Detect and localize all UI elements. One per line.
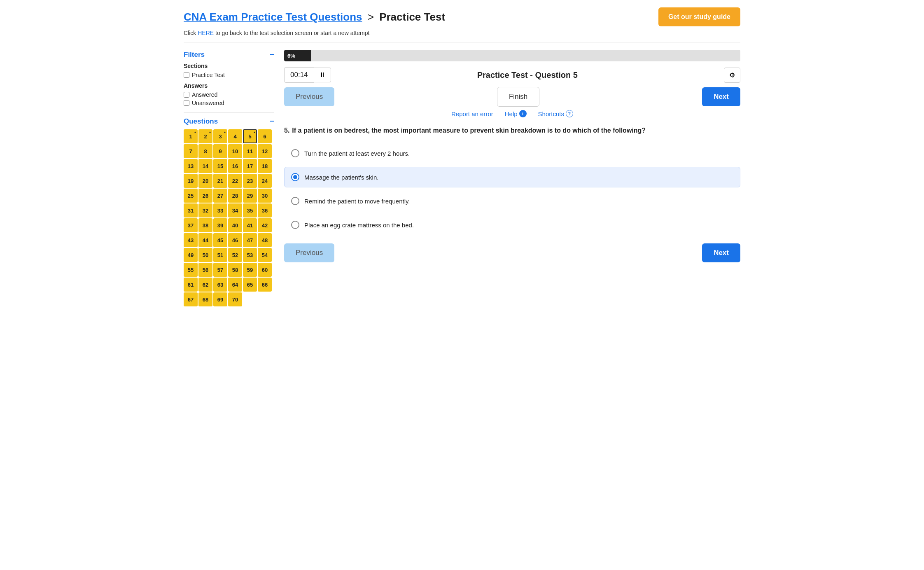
subtitle-rest: to go back to the test selection screen … — [214, 30, 369, 36]
answer-option-c[interactable]: Remind the patient to move frequently. — [284, 191, 740, 211]
question-cell-26[interactable]: 26 — [198, 189, 212, 203]
question-cell-22[interactable]: 22 — [228, 174, 242, 188]
question-cell-9[interactable]: 9 — [213, 144, 227, 158]
help-link[interactable]: Help i — [505, 110, 527, 117]
question-cell-34[interactable]: 34 — [228, 203, 242, 217]
filters-collapse-icon[interactable]: − — [269, 50, 274, 59]
answer-option-b[interactable]: Massage the patient's skin. — [284, 167, 740, 187]
question-cell-12[interactable]: 12 — [258, 144, 272, 158]
finish-button[interactable]: Finish — [497, 87, 539, 107]
question-cell-6[interactable]: 6 — [258, 129, 272, 143]
question-cell-20[interactable]: 20 — [198, 174, 212, 188]
question-cell-35[interactable]: 35 — [243, 203, 257, 217]
question-cell-49[interactable]: 49 — [184, 248, 198, 262]
question-cell-15[interactable]: 15 — [213, 159, 227, 173]
question-cell-29[interactable]: 29 — [243, 189, 257, 203]
question-cell-17[interactable]: 17 — [243, 159, 257, 173]
timer-pause-button[interactable]: ⏸ — [314, 68, 331, 82]
practice-test-filter[interactable]: Practice Test — [184, 72, 274, 78]
question-cell-19[interactable]: 19 — [184, 174, 198, 188]
answered-checkbox[interactable] — [184, 92, 189, 98]
question-cell-11[interactable]: 11 — [243, 144, 257, 158]
question-cell-41[interactable]: 41 — [243, 218, 257, 232]
question-cell-59[interactable]: 59 — [243, 263, 257, 277]
unanswered-checkbox[interactable] — [184, 100, 189, 106]
question-cell-1[interactable]: 1 — [184, 129, 198, 143]
question-cell-67[interactable]: 67 — [184, 292, 198, 306]
here-link[interactable]: HERE — [198, 30, 214, 36]
question-cell-45[interactable]: 45 — [213, 233, 227, 247]
question-cell-2[interactable]: 2 — [198, 129, 212, 143]
report-error-link[interactable]: Report an error — [451, 110, 493, 117]
question-cell-63[interactable]: 63 — [213, 278, 227, 292]
question-cell-65[interactable]: 65 — [243, 278, 257, 292]
question-cell-50[interactable]: 50 — [198, 248, 212, 262]
question-cell-38[interactable]: 38 — [198, 218, 212, 232]
question-cell-51[interactable]: 51 — [213, 248, 227, 262]
question-cell-58[interactable]: 58 — [228, 263, 242, 277]
next-button-top[interactable]: Next — [702, 87, 740, 106]
question-cell-46[interactable]: 46 — [228, 233, 242, 247]
question-cell-25[interactable]: 25 — [184, 189, 198, 203]
question-cell-10[interactable]: 10 — [228, 144, 242, 158]
question-cell-27[interactable]: 27 — [213, 189, 227, 203]
question-cell-14[interactable]: 14 — [198, 159, 212, 173]
question-cell-48[interactable]: 48 — [258, 233, 272, 247]
question-cell-70[interactable]: 70 — [228, 292, 242, 306]
question-cell-28[interactable]: 28 — [228, 189, 242, 203]
question-cell-40[interactable]: 40 — [228, 218, 242, 232]
answered-filter[interactable]: Answered — [184, 91, 274, 98]
answer-option-d[interactable]: Place an egg crate mattress on the bed. — [284, 215, 740, 235]
question-cell-37[interactable]: 37 — [184, 218, 198, 232]
settings-button[interactable]: ⚙ — [724, 68, 740, 83]
question-cell-4[interactable]: 4 — [228, 129, 242, 143]
question-cell-30[interactable]: 30 — [258, 189, 272, 203]
question-cell-53[interactable]: 53 — [243, 248, 257, 262]
question-cell-62[interactable]: 62 — [198, 278, 212, 292]
question-cell-54[interactable]: 54 — [258, 248, 272, 262]
question-cell-3[interactable]: 3 — [213, 129, 227, 143]
question-cell-66[interactable]: 66 — [258, 278, 272, 292]
question-cell-64[interactable]: 64 — [228, 278, 242, 292]
question-cell-16[interactable]: 16 — [228, 159, 242, 173]
question-cell-8[interactable]: 8 — [198, 144, 212, 158]
question-cell-39[interactable]: 39 — [213, 218, 227, 232]
question-cell-57[interactable]: 57 — [213, 263, 227, 277]
previous-button-bottom[interactable]: Previous — [284, 243, 334, 262]
question-cell-43[interactable]: 43 — [184, 233, 198, 247]
answers-container: Turn the patient at least every 2 hours.… — [284, 143, 740, 235]
previous-button-top[interactable]: Previous — [284, 87, 334, 106]
unanswered-filter[interactable]: Unanswered — [184, 100, 274, 106]
question-cell-56[interactable]: 56 — [198, 263, 212, 277]
answer-option-a[interactable]: Turn the patient at least every 2 hours. — [284, 143, 740, 164]
question-cell-55[interactable]: 55 — [184, 263, 198, 277]
bottom-nav-row: Previous Next — [284, 243, 740, 262]
question-cell-47[interactable]: 47 — [243, 233, 257, 247]
answer-text-d: Place an egg crate mattress on the bed. — [304, 222, 414, 229]
question-cell-13[interactable]: 13 — [184, 159, 198, 173]
question-cell-33[interactable]: 33 — [213, 203, 227, 217]
cna-exam-link[interactable]: CNA Exam Practice Test Questions — [184, 11, 362, 23]
question-cell-36[interactable]: 36 — [258, 203, 272, 217]
question-cell-5[interactable]: 5 — [243, 129, 257, 143]
question-cell-21[interactable]: 21 — [213, 174, 227, 188]
question-cell-7[interactable]: 7 — [184, 144, 198, 158]
next-button-bottom[interactable]: Next — [702, 243, 740, 262]
question-cell-61[interactable]: 61 — [184, 278, 198, 292]
question-cell-42[interactable]: 42 — [258, 218, 272, 232]
question-block: 5.If a patient is on bedrest, the most i… — [284, 126, 740, 235]
question-cell-68[interactable]: 68 — [198, 292, 212, 306]
question-cell-52[interactable]: 52 — [228, 248, 242, 262]
question-cell-31[interactable]: 31 — [184, 203, 198, 217]
study-guide-button[interactable]: Get our study guide — [658, 7, 740, 26]
question-cell-18[interactable]: 18 — [258, 159, 272, 173]
question-cell-23[interactable]: 23 — [243, 174, 257, 188]
question-cell-32[interactable]: 32 — [198, 203, 212, 217]
practice-test-checkbox[interactable] — [184, 72, 189, 78]
question-cell-69[interactable]: 69 — [213, 292, 227, 306]
question-cell-24[interactable]: 24 — [258, 174, 272, 188]
question-cell-60[interactable]: 60 — [258, 263, 272, 277]
questions-collapse-icon[interactable]: − — [269, 117, 274, 126]
shortcuts-link[interactable]: Shortcuts ? — [538, 110, 573, 117]
question-cell-44[interactable]: 44 — [198, 233, 212, 247]
